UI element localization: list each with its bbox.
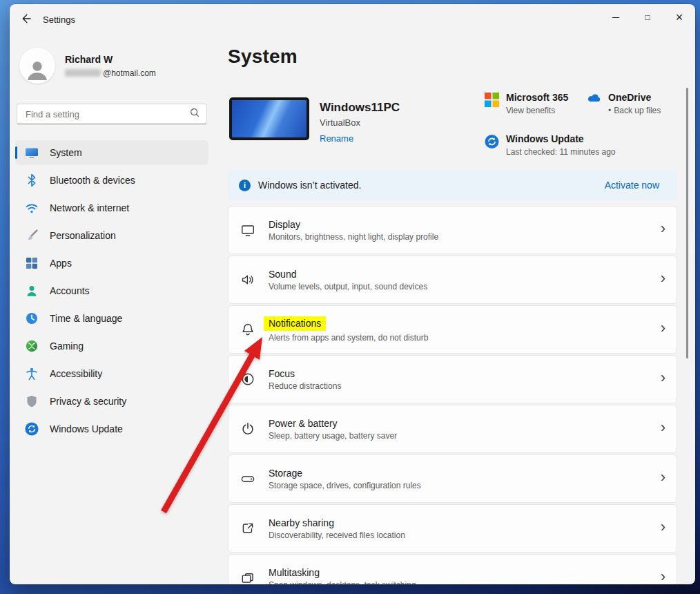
wifi-icon [25, 201, 39, 215]
windows-update-icon [25, 422, 39, 436]
avatar [19, 48, 55, 84]
row-subtitle: Alerts from apps and system, do not dist… [269, 333, 428, 343]
info-icon: i [239, 180, 251, 191]
settings-row-storage[interactable]: Storage Storage space, drives, configura… [228, 454, 677, 503]
sidebar-item-label: Gaming [50, 341, 84, 352]
sidebar-item-label: Network & internet [50, 202, 129, 213]
row-title: Sound [269, 269, 427, 280]
chevron-right-icon: › [661, 221, 665, 239]
quick-title: Windows Update [506, 133, 616, 144]
search-icon [189, 107, 200, 121]
sidebar-item-time-language[interactable]: Time & language [15, 306, 208, 331]
user-email: @hotmail.com [65, 68, 156, 78]
row-title: Multitasking [269, 567, 416, 578]
sidebar-item-label: Bluetooth & devices [50, 175, 135, 186]
search-box[interactable] [17, 104, 207, 124]
share-icon [240, 521, 255, 536]
window-title: Settings [43, 15, 75, 25]
accounts-person-icon [25, 284, 39, 298]
sidebar-item-bluetooth-devices[interactable]: Bluetooth & devices [15, 168, 208, 193]
person-icon [23, 56, 51, 84]
search-input[interactable] [20, 109, 189, 119]
settings-window: Settings ─ □ × Richard W @hotmail.com [10, 4, 695, 584]
row-title: Display [269, 219, 438, 230]
device-preview-image [229, 97, 309, 140]
settings-row-focus[interactable]: Focus Reduce distractions › [228, 355, 677, 403]
chevron-right-icon: › [661, 370, 665, 388]
row-title: Power & battery [269, 418, 397, 429]
account-profile[interactable]: Richard W @hotmail.com [19, 48, 208, 84]
sidebar-item-personalization[interactable]: Personalization [15, 223, 208, 248]
bluetooth-icon [25, 173, 39, 187]
display-icon [240, 222, 255, 238]
sidebar-item-gaming[interactable]: Gaming [15, 334, 208, 358]
sidebar-item-label: Apps [50, 258, 72, 269]
quick-subtitle[interactable]: • Back up files [608, 106, 661, 115]
sidebar-item-label: Accessibility [50, 368, 102, 379]
row-subtitle: Snap windows, desktops, task switching [269, 580, 416, 585]
activate-now-link[interactable]: Activate now [605, 180, 669, 191]
scrollbar-thumb[interactable] [686, 88, 688, 358]
quick-subtitle: Last checked: 11 minutes ago [506, 147, 616, 157]
row-title: Storage [269, 468, 421, 479]
user-name: Richard W [65, 54, 156, 65]
sidebar-item-network-internet[interactable]: Network & internet [15, 195, 208, 220]
multitasking-windows-icon [240, 571, 255, 584]
row-subtitle: Volume levels, output, input, sound devi… [269, 282, 427, 291]
quick-onedrive[interactable]: OneDrive • Back up files [587, 92, 661, 115]
row-subtitle: Monitors, brightness, night light, displ… [269, 232, 438, 242]
quick-title: OneDrive [608, 92, 661, 103]
device-name: Windows11PC [320, 101, 400, 115]
sidebar-item-privacy-security[interactable]: Privacy & security [15, 389, 208, 414]
storage-drive-icon [240, 471, 255, 486]
quick-microsoft-365[interactable]: Microsoft 365 View benefits [485, 92, 568, 115]
row-subtitle: Sleep, battery usage, battery saver [269, 431, 397, 441]
chevron-right-icon: › [661, 420, 665, 438]
shield-icon [25, 394, 39, 408]
apps-grid-icon [25, 256, 39, 270]
sidebar-item-label: System [50, 147, 82, 158]
settings-row-multitasking[interactable]: Multitasking Snap windows, desktops, tas… [228, 554, 677, 584]
row-subtitle: Storage space, drives, configuration rul… [269, 481, 421, 490]
device-model: VirtualBox [320, 117, 400, 128]
quick-subtitle[interactable]: View benefits [506, 106, 568, 115]
sidebar-item-label: Privacy & security [50, 396, 126, 407]
rename-link[interactable]: Rename [320, 133, 400, 144]
sidebar-item-accessibility[interactable]: Accessibility [15, 361, 208, 386]
sidebar-item-apps[interactable]: Apps [15, 251, 208, 276]
chevron-right-icon: › [661, 271, 665, 289]
settings-row-notifications[interactable]: Notifications Alerts from apps and syste… [228, 305, 677, 354]
back-button[interactable] [15, 8, 37, 30]
paintbrush-icon [25, 229, 39, 242]
sidebar-item-windows-update[interactable]: Windows Update [15, 416, 208, 441]
xbox-icon [25, 339, 39, 353]
sidebar-item-label: Accounts [50, 285, 90, 296]
clock-icon [25, 312, 39, 325]
sidebar-item-system[interactable]: System [15, 140, 208, 165]
row-title: Focus [269, 368, 341, 379]
minimize-button[interactable]: ─ [600, 4, 632, 30]
notifications-bell-icon [240, 322, 255, 337]
chevron-right-icon: › [661, 470, 665, 488]
sidebar-item-label: Personalization [50, 230, 116, 241]
page-title: System [228, 46, 677, 68]
quick-windows-update[interactable]: Windows Update Last checked: 11 minutes … [485, 133, 616, 157]
desktop: { "titlebar": { "title": "Settings" }, "… [0, 0, 700, 594]
settings-row-power-battery[interactable]: Power & battery Sleep, battery usage, ba… [228, 405, 677, 453]
chevron-right-icon: › [661, 320, 665, 338]
onedrive-cloud-icon [587, 93, 601, 107]
redacted-email-prefix [65, 69, 101, 77]
chevron-right-icon: › [661, 569, 665, 584]
settings-row-nearby-sharing[interactable]: Nearby sharing Discoverability, received… [228, 504, 677, 553]
device-hero: Windows11PC VirtualBox Rename Microsoft … [228, 97, 677, 158]
status-dot: • [608, 106, 611, 115]
sidebar-item-label: Windows Update [50, 423, 123, 434]
system-icon [25, 146, 39, 160]
maximize-button[interactable]: □ [632, 4, 663, 30]
activation-banner: i Windows isn’t activated. Activate now [228, 170, 677, 200]
sound-icon [240, 272, 255, 287]
sidebar-item-accounts[interactable]: Accounts [15, 278, 208, 303]
settings-row-display[interactable]: Display Monitors, brightness, night ligh… [228, 206, 677, 254]
settings-row-sound[interactable]: Sound Volume levels, output, input, soun… [228, 256, 677, 304]
close-button[interactable]: × [663, 4, 695, 30]
